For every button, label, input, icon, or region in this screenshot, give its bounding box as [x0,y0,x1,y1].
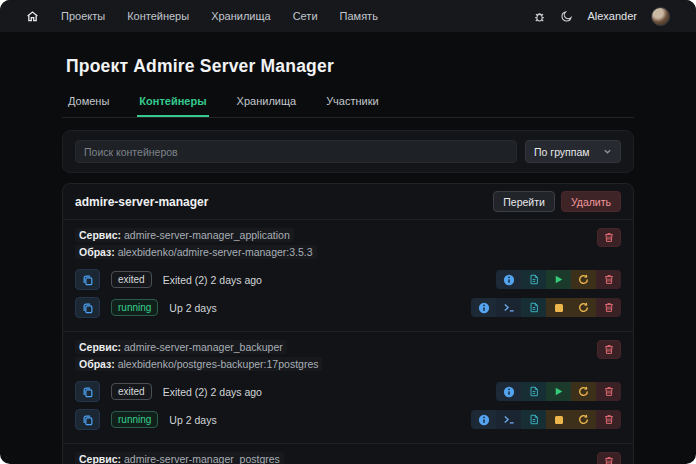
nav-item-containers[interactable]: Контейнеры [127,10,189,22]
services-list: Сервис: admire-server-manager_applicatio… [63,220,633,464]
logs-button[interactable] [521,270,546,289]
delete-button[interactable] [596,298,621,317]
copy-icon [82,274,94,286]
restart-button[interactable] [571,270,596,289]
search-panel: По группам [62,130,634,173]
start-button[interactable] [546,270,571,289]
page-content: Проект Admire Server Manager Домены Конт… [0,32,696,464]
nav-item-projects[interactable]: Проекты [61,10,105,22]
copy-container-id-button[interactable] [75,297,100,318]
start-button[interactable] [546,382,571,401]
logs-button[interactable] [521,410,546,429]
container-actions [496,382,621,401]
info-icon [478,414,490,426]
field-label: Образ: [79,246,115,258]
container-status-text: Exited (2) 2 days ago [163,386,262,398]
home-icon[interactable] [26,10,39,23]
logs-icon [529,274,539,285]
terminal-button[interactable] [496,410,521,429]
service-section: Сервис: admire-server-manager_postgresОб… [63,443,633,464]
delete-button[interactable] [596,382,621,401]
delete-icon [604,386,614,397]
info-button[interactable] [471,410,496,429]
restart-button[interactable] [571,410,596,429]
service-section: Сервис: admire-server-manager_backuperОб… [63,331,633,443]
service-header: Сервис: admire-server-manager_applicatio… [75,228,621,262]
dark-mode-moon-icon[interactable] [560,10,573,23]
stop-icon [554,303,564,313]
logs-button[interactable] [521,298,546,317]
field-value: admire-server-manager_backuper [124,341,283,353]
delete-button[interactable] [596,410,621,429]
restart-button[interactable] [571,382,596,401]
service-image-line: Образ: alexbidenko/admire-server-manager… [75,245,317,259]
user-name[interactable]: Alexander [587,10,637,22]
delete-service-button[interactable] [597,452,621,464]
field-value: alexbidenko/postgres-backuper:17postgres [118,358,319,370]
info-button[interactable] [471,298,496,317]
copy-container-id-button[interactable] [75,381,100,402]
container-actions [471,410,621,429]
nav-item-storages[interactable]: Хранилища [211,10,271,22]
user-avatar[interactable] [651,7,670,26]
service-header: Сервис: admire-server-manager_postgresОб… [75,452,621,464]
terminal-icon [503,302,515,313]
delete-service-button[interactable] [597,340,621,359]
container-row: runningUp 2 days [75,297,621,318]
info-icon [503,386,515,398]
logs-icon [529,302,539,313]
tab-containers[interactable]: Контейнеры [137,91,208,117]
service-info: Сервис: admire-server-manager_applicatio… [75,228,597,262]
tab-bar: Домены Контейнеры Хранилища Участники [62,91,634,118]
delete-service-button[interactable] [597,228,621,247]
group-actions: Перейти Удалить [493,191,621,212]
logs-button[interactable] [521,382,546,401]
start-icon [553,386,564,397]
service-name-line: Сервис: admire-server-manager_backuper [75,340,287,354]
delete-button[interactable] [596,270,621,289]
copy-icon [82,302,94,314]
search-input[interactable] [75,140,517,163]
group-name: admire-server-manager [75,195,208,209]
stop-button[interactable] [546,298,571,317]
nav-item-networks[interactable]: Сети [293,10,318,22]
container-state-badge: running [111,299,158,316]
go-to-group-button[interactable]: Перейти [493,191,555,212]
navbar-right: Alexander [533,7,670,26]
field-label: Образ: [79,358,115,370]
service-name-line: Сервис: admire-server-manager_applicatio… [75,228,294,242]
delete-group-button[interactable]: Удалить [561,191,621,212]
restart-icon [578,274,589,285]
field-label: Сервис: [79,229,121,241]
copy-container-id-button[interactable] [75,269,100,290]
container-state-badge: exited [111,271,152,288]
info-icon [478,302,490,314]
field-value: admire-server-manager_postgres [124,453,280,464]
field-label: Сервис: [79,341,121,353]
info-button[interactable] [496,382,521,401]
stop-button[interactable] [546,410,571,429]
restart-button[interactable] [571,298,596,317]
copy-container-id-button[interactable] [75,409,100,430]
service-image-line: Образ: alexbidenko/postgres-backuper:17p… [75,357,322,371]
delete-icon [604,302,614,313]
container-row: exitedExited (2) 2 days ago [75,381,621,402]
page-title: Проект Admire Server Manager [66,56,634,77]
container-row: runningUp 2 days [75,409,621,430]
delete-icon [604,414,614,425]
group-by-value: По группам [534,146,590,158]
container-status-text: Exited (2) 2 days ago [163,274,262,286]
delete-icon [604,274,614,285]
top-navbar: Проекты Контейнеры Хранилища Сети Память… [0,0,696,32]
tab-storages[interactable]: Хранилища [235,91,299,117]
nav-item-memory[interactable]: Память [340,10,378,22]
terminal-button[interactable] [496,298,521,317]
trash-icon [604,456,614,464]
bug-icon[interactable] [533,10,546,23]
tab-members[interactable]: Участники [324,91,381,117]
info-button[interactable] [496,270,521,289]
group-by-select[interactable]: По группам [525,140,621,163]
tab-domains[interactable]: Домены [66,91,111,117]
group-header: admire-server-manager Перейти Удалить [63,184,633,220]
field-value: alexbidenko/admire-server-manager:3.5.3 [118,246,313,258]
